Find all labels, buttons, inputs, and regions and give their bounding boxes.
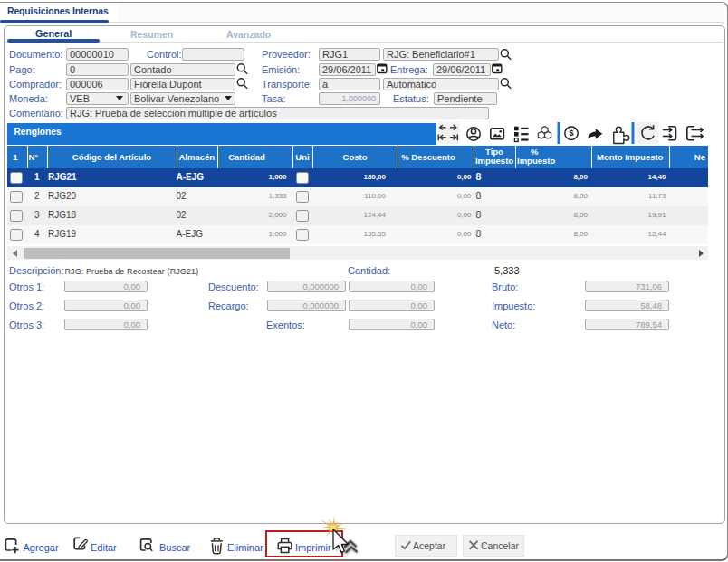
- svg-text:$: $: [569, 129, 573, 138]
